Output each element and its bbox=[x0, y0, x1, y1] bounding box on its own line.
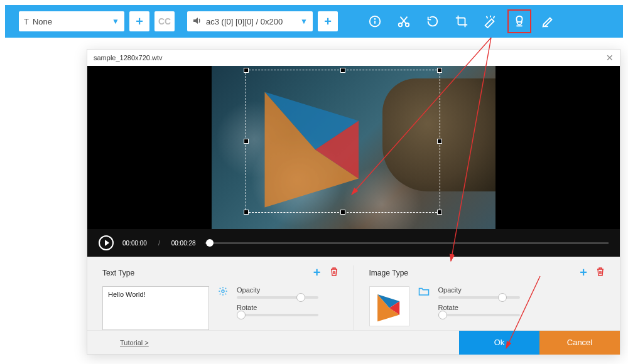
audio-select[interactable]: ac3 ([0] [0][0] / 0x200 ▼ bbox=[187, 11, 313, 31]
text-delete-button[interactable] bbox=[330, 267, 338, 279]
video-preview bbox=[87, 66, 620, 229]
speaker-icon bbox=[192, 16, 202, 28]
progress-track[interactable] bbox=[205, 242, 609, 244]
time-separator: / bbox=[158, 240, 160, 247]
text-watermark-input[interactable] bbox=[102, 286, 209, 330]
svg-line-6 bbox=[401, 17, 406, 24]
cc-button[interactable]: CC bbox=[154, 11, 175, 31]
info-tool[interactable] bbox=[363, 9, 387, 33]
tutorial-link[interactable]: Tutorial > bbox=[120, 339, 149, 346]
opacity-label: Opacity bbox=[237, 286, 338, 294]
dialog-title: sample_1280x720.wtv bbox=[94, 54, 162, 62]
folder-icon[interactable] bbox=[418, 286, 430, 299]
watermark-panels: Text Type + Opacity bbox=[87, 257, 620, 330]
cut-tool[interactable] bbox=[392, 9, 416, 33]
subtitle-value: None bbox=[33, 17, 112, 26]
time-current: 00:00:00 bbox=[122, 240, 147, 247]
audio-value: ac3 ([0] [0][0] / 0x200 bbox=[206, 17, 300, 26]
watermark-tool[interactable] bbox=[507, 9, 531, 33]
svg-point-2 bbox=[375, 19, 376, 19]
text-type-panel: Text Type + Opacity bbox=[87, 265, 354, 330]
subtitle-select[interactable]: T None ▼ bbox=[19, 11, 124, 31]
watermark-dialog: sample_1280x720.wtv ✕ 00:00:00 / 00:00:2… bbox=[87, 49, 620, 355]
image-delete-button[interactable] bbox=[596, 267, 605, 279]
text-icon: T bbox=[24, 17, 29, 26]
subtitle-add-button[interactable]: + bbox=[129, 11, 149, 31]
cancel-button[interactable]: Cancel bbox=[539, 331, 620, 355]
gear-icon[interactable] bbox=[218, 286, 228, 299]
dialog-footer: Tutorial > Ok Cancel bbox=[87, 330, 620, 354]
close-icon[interactable]: ✕ bbox=[606, 53, 614, 63]
chevron-down-icon: ▼ bbox=[112, 17, 119, 26]
chevron-down-icon: ▼ bbox=[300, 17, 308, 26]
watermark-logo-overlay bbox=[234, 70, 397, 215]
text-panel-title: Text Type bbox=[102, 269, 134, 277]
top-toolbar: T None ▼ + CC ac3 ([0] [0][0] / 0x200 ▼ … bbox=[5, 5, 623, 38]
image-opacity-slider[interactable] bbox=[438, 296, 520, 299]
rotate-tool[interactable] bbox=[421, 9, 445, 33]
image-panel-title: Image Type bbox=[369, 269, 408, 277]
image-watermark-thumb[interactable] bbox=[369, 286, 409, 326]
time-total: 00:00:28 bbox=[171, 240, 196, 247]
selection-box[interactable] bbox=[246, 70, 440, 213]
text-add-button[interactable]: + bbox=[313, 265, 321, 280]
progress-knob[interactable] bbox=[206, 239, 214, 247]
opacity-label: Opacity bbox=[438, 286, 605, 294]
effects-tool[interactable] bbox=[479, 9, 502, 33]
text-opacity-slider[interactable] bbox=[237, 296, 318, 299]
image-type-panel: Image Type + bbox=[354, 265, 620, 330]
svg-line-5 bbox=[401, 17, 407, 24]
edit-tool[interactable] bbox=[536, 9, 560, 33]
svg-point-9 bbox=[222, 290, 224, 292]
ok-button[interactable]: Ok bbox=[459, 331, 539, 355]
rotate-label: Rotate bbox=[237, 304, 338, 311]
image-add-button[interactable]: + bbox=[580, 265, 587, 280]
image-rotate-slider[interactable] bbox=[438, 314, 520, 316]
crop-tool[interactable] bbox=[450, 9, 474, 33]
preview-frame[interactable] bbox=[212, 66, 495, 229]
playbar: 00:00:00 / 00:00:28 bbox=[87, 229, 620, 257]
rotate-label: Rotate bbox=[438, 304, 605, 311]
play-button[interactable] bbox=[99, 235, 114, 250]
text-rotate-slider[interactable] bbox=[237, 314, 318, 316]
audio-add-button[interactable]: + bbox=[318, 11, 338, 31]
dialog-titlebar: sample_1280x720.wtv ✕ bbox=[87, 50, 620, 66]
